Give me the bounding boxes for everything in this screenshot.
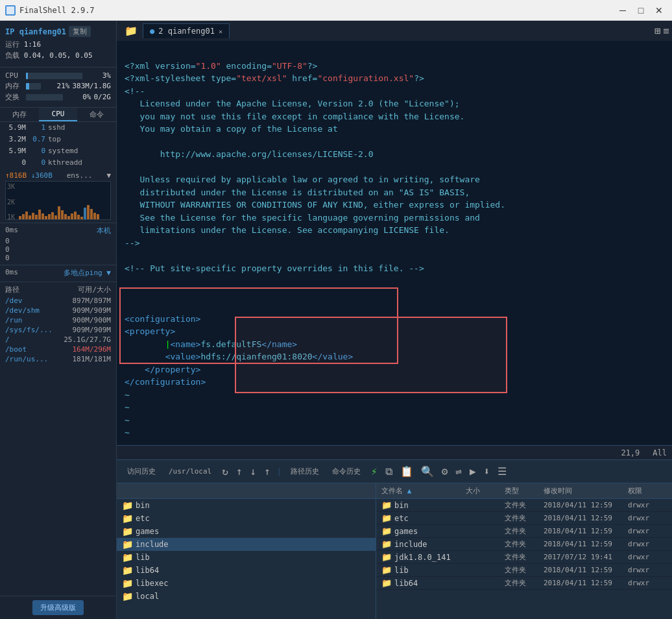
path-history-button[interactable]: 路径历史	[285, 465, 324, 478]
visit-history-button[interactable]: 访问历史	[122, 465, 161, 478]
play-icon[interactable]: ▶	[467, 464, 479, 479]
file-date-bin: 2018/04/11 12:59	[544, 501, 628, 509]
file-tree: 📁 bin 📁 etc 📁 games 📁 include 📁 l	[117, 483, 376, 619]
menu-icon[interactable]: ☰	[495, 464, 509, 479]
upload-icon[interactable]: ↑	[234, 464, 245, 479]
net-up: ↑816B ↓360B	[5, 171, 53, 180]
tree-item-etc[interactable]: 📁 etc	[117, 512, 376, 525]
swap-bar	[26, 94, 63, 101]
file-row[interactable]: 📁bin 文件夹 2018/04/11 12:59 drwxr	[376, 499, 672, 512]
file-list-header: 文件名 ▲ 大小 类型 修改时间 权限	[376, 483, 672, 499]
file-row[interactable]: 📁jdk1.8.0_141 文件夹 2017/07/12 19:41 drwxr	[376, 551, 672, 564]
list-icon[interactable]: ≡	[663, 25, 669, 37]
upload-icon2[interactable]: ↑	[261, 464, 273, 479]
settings-icon[interactable]: ⚙	[439, 464, 451, 479]
tab-actions: ⊞ ≡	[654, 25, 669, 37]
disk-path-5: /	[5, 335, 10, 344]
download-icon-left[interactable]: ↓	[248, 464, 259, 479]
path-local-button[interactable]: /usr/local	[163, 465, 217, 478]
process-table: 5.9M 1 sshd 3.2M 0.7 top 5.9M 0 systemd …	[0, 122, 116, 169]
cpu-mem-section: CPU 3% 内存 21% 383M/1.8G 交换 0%	[0, 67, 116, 108]
file-name-include: 📁include	[381, 539, 466, 549]
minimize-button[interactable]: ─	[615, 4, 630, 17]
tree-item-bin[interactable]: 📁 bin	[117, 499, 376, 512]
table-row[interactable]: 3.2M 0.7 top	[0, 134, 116, 145]
tree-item-local[interactable]: 📁 local	[117, 590, 376, 603]
grid-icon[interactable]: ⊞	[654, 25, 661, 37]
tree-item-games[interactable]: 📁 games	[117, 525, 376, 538]
disk-size-6: 164M/296M	[72, 345, 111, 354]
editor-area[interactable]: <?xml version="1.0" encoding="UTF-8"?> <…	[117, 42, 672, 445]
proc-name-4: kthreadd	[48, 158, 114, 167]
cmd-history-button[interactable]: 命令历史	[327, 465, 366, 478]
run-label: 运行	[5, 40, 19, 49]
col-type[interactable]: 类型	[505, 486, 544, 496]
chart-label-2k: 2K	[7, 199, 15, 206]
file-name-lib: 📁lib	[381, 565, 466, 575]
tree-item-lib64[interactable]: 📁 lib64	[117, 564, 376, 577]
transfer-icon[interactable]: ⇌	[453, 464, 464, 479]
ping-header: 0ms 本机	[5, 226, 111, 236]
col-size[interactable]: 大小	[466, 486, 505, 496]
cpu-bar	[26, 73, 82, 79]
upgrade-button[interactable]: 升级高级版	[32, 600, 84, 615]
toolbar-icons: ↻ ↑ ↓ ↑	[219, 464, 273, 479]
file-perm-jdk: drwxr	[628, 553, 667, 561]
run-value: 1:16	[24, 40, 42, 49]
file-row[interactable]: 📁lib 文件夹 2018/04/11 12:59 drwxr	[376, 564, 672, 577]
disk-row: /run 900M/900M	[5, 315, 111, 325]
run-row: 运行 1:16	[5, 40, 111, 49]
file-row[interactable]: 📁etc 文件夹 2018/04/11 12:59 drwxr	[376, 512, 672, 525]
tab-mem[interactable]: 内存	[0, 108, 39, 121]
swap-label: 交换	[5, 92, 23, 102]
folder-icon: 📁	[122, 539, 133, 550]
net-dropdown[interactable]: ▼	[106, 171, 111, 180]
col-date[interactable]: 修改时间	[544, 486, 628, 496]
cpu-label: CPU	[5, 71, 23, 80]
load-row: 负载 0.04, 0.05, 0.05	[5, 51, 111, 60]
net-header: ↑816B ↓360B ens... ▼	[5, 171, 111, 180]
search-icon[interactable]: 🔍	[418, 464, 437, 479]
file-type-lib: 文件夹	[505, 565, 544, 575]
col-perm[interactable]: 权限	[628, 486, 667, 496]
disk-row: /boot 164M/296M	[5, 345, 111, 354]
multi-ping-host[interactable]: 多地点ping ▼	[64, 268, 111, 278]
lightning-icon[interactable]: ⚡	[368, 464, 380, 479]
file-perm-lib: drwxr	[628, 566, 667, 574]
ping-multi-section: 0ms 多地点ping ▼	[0, 265, 116, 282]
copy-icon[interactable]: ⧉	[383, 464, 395, 479]
tab-close-icon[interactable]: ✕	[219, 28, 222, 35]
tree-item-libexec[interactable]: 📁 libexec	[117, 577, 376, 590]
file-row[interactable]: 📁include 文件夹 2018/04/11 12:59 drwxr	[376, 538, 672, 551]
table-row[interactable]: 0 0 kthreadd	[0, 157, 116, 169]
file-date-lib64: 2018/04/11 12:59	[544, 579, 628, 587]
disk-path-6: /boot	[5, 345, 27, 354]
mem-metric: 内存 21% 383M/1.8G	[5, 81, 111, 91]
table-row[interactable]: 5.9M 1 sshd	[0, 122, 116, 134]
tree-item-label: games	[136, 527, 159, 536]
proc-name-2: top	[48, 135, 114, 143]
refresh-icon[interactable]: ↻	[219, 464, 231, 479]
tree-item-lib[interactable]: 📁 lib	[117, 551, 376, 564]
folder-icon: 📁	[122, 513, 133, 524]
disk-header: 路径 可用/大小	[5, 285, 111, 295]
arrow-down-icon[interactable]: ⬇	[481, 464, 493, 479]
table-row[interactable]: 5.9M 0 systemd	[0, 145, 116, 157]
file-row[interactable]: 📁lib64 文件夹 2018/04/11 12:59 drwxr	[376, 577, 672, 590]
folder-button[interactable]: 📁	[119, 22, 143, 40]
paste-icon[interactable]: 📋	[398, 464, 416, 479]
tab-cmd[interactable]: 命令	[77, 108, 116, 121]
disk-path-header: 路径	[5, 285, 19, 295]
tree-item-include[interactable]: 📁 include	[117, 538, 376, 551]
swap-metric: 交换 0% 0/2G	[5, 92, 111, 102]
file-row[interactable]: 📁games 文件夹 2018/04/11 12:59 drwxr	[376, 525, 672, 538]
copy-button[interactable]: 复制	[69, 26, 91, 37]
tab-cpu[interactable]: CPU	[39, 108, 78, 121]
close-button[interactable]: ✕	[651, 4, 667, 17]
ping-local-label: 本机	[97, 226, 111, 236]
titlebar: FinalShell 2.9.7 ─ □ ✕	[0, 0, 672, 21]
proc-name-1: sshd	[48, 123, 114, 132]
tab-qianfeng01[interactable]: ● 2 qianfeng01 ✕	[143, 23, 230, 38]
col-name[interactable]: 文件名 ▲	[381, 486, 466, 496]
maximize-button[interactable]: □	[633, 4, 649, 17]
